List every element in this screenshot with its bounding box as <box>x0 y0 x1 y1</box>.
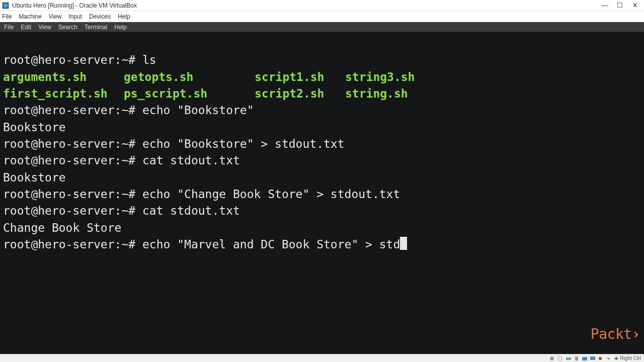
term-menu-file[interactable]: File <box>4 24 14 31</box>
virtualbox-menubar: File Machine View Input Devices Help <box>0 11 644 22</box>
virtualbox-icon <box>2 2 9 9</box>
ls-file: arguments.sh <box>3 69 124 85</box>
command-text: echo "Bookstore" <box>142 104 254 117</box>
window-titlebar: Ubuntu Hero [Running] - Oracle VM Virtua… <box>0 0 644 11</box>
menu-input[interactable]: Input <box>69 13 83 20</box>
prompt: root@hero-server:~# <box>3 154 135 167</box>
optical-icon <box>557 356 564 361</box>
command-text: echo "Change Book Store" > stdout.txt <box>142 188 400 201</box>
output-text: Bookstore <box>3 121 66 134</box>
packt-watermark: Packt› <box>591 324 640 345</box>
ls-file: script1.sh <box>255 69 345 85</box>
term-menu-help[interactable]: Help <box>114 24 127 31</box>
command-text: ls <box>142 53 156 66</box>
terminal-viewport[interactable]: root@hero-server:~# ls arguments.shgetop… <box>0 32 644 354</box>
svg-rect-6 <box>582 357 587 360</box>
svg-rect-5 <box>575 356 578 360</box>
minimize-button[interactable]: — <box>602 3 608 9</box>
svg-point-3 <box>558 356 562 360</box>
close-button[interactable]: ✕ <box>632 3 638 9</box>
term-menu-view[interactable]: View <box>38 24 51 31</box>
network-icon <box>566 356 572 361</box>
maximize-button[interactable]: ☐ <box>617 3 623 9</box>
command-text: echo "Marvel and DC Book Store" > std <box>142 238 400 251</box>
display-icon <box>590 356 596 361</box>
mouse-integration-icon <box>606 356 612 361</box>
ls-file: first_script.sh <box>3 85 124 102</box>
shared-folder-icon <box>582 356 588 361</box>
menu-machine[interactable]: Machine <box>19 13 41 20</box>
term-menu-edit[interactable]: Edit <box>21 24 31 31</box>
prompt: root@hero-server:~# <box>3 238 135 251</box>
usb-icon <box>574 356 580 361</box>
menu-help[interactable]: Help <box>118 13 130 20</box>
svg-point-2 <box>550 356 554 360</box>
svg-rect-4 <box>566 357 571 360</box>
recording-icon <box>598 356 604 361</box>
ls-file: string3.sh <box>345 69 436 85</box>
prompt: root@hero-server:~# <box>3 137 135 150</box>
ls-file: ps_script.sh <box>124 85 255 102</box>
ls-file: script2.sh <box>255 85 345 102</box>
svg-rect-1 <box>4 3 8 8</box>
ls-file: getopts.sh <box>124 69 255 85</box>
cursor-block <box>400 237 407 250</box>
svg-rect-7 <box>590 356 595 360</box>
disk-icon <box>549 356 555 361</box>
window-controls: — ☐ ✕ <box>602 3 642 9</box>
command-text: echo "Bookstore" > stdout.txt <box>142 137 345 150</box>
output-text: Change Book Store <box>3 221 121 234</box>
terminal-menubar: File Edit View Search Terminal Help <box>0 22 644 32</box>
ls-output-row: first_script.shps_script.shscript2.shstr… <box>3 85 641 102</box>
menu-view[interactable]: View <box>49 13 62 20</box>
output-text: Bookstore <box>3 171 66 184</box>
prompt: root@hero-server:~# <box>3 53 135 66</box>
hostkey-indicator: Right Ctrl <box>614 355 641 361</box>
term-menu-search[interactable]: Search <box>58 24 77 31</box>
term-menu-terminal[interactable]: Terminal <box>85 24 107 31</box>
menu-devices[interactable]: Devices <box>89 13 111 20</box>
ls-output-row: arguments.shgetopts.shscript1.shstring3.… <box>3 69 641 85</box>
command-text: cat stdout.txt <box>142 154 240 167</box>
prompt: root@hero-server:~# <box>3 204 135 217</box>
prompt: root@hero-server:~# <box>3 104 135 117</box>
virtualbox-statusbar: Right Ctrl <box>0 354 644 362</box>
ls-file: string.sh <box>345 85 436 102</box>
window-title: Ubuntu Hero [Running] - Oracle VM Virtua… <box>12 2 602 9</box>
svg-point-8 <box>599 357 602 360</box>
prompt: root@hero-server:~# <box>3 188 135 201</box>
command-text: cat stdout.txt <box>142 204 240 217</box>
menu-file[interactable]: File <box>2 13 12 20</box>
